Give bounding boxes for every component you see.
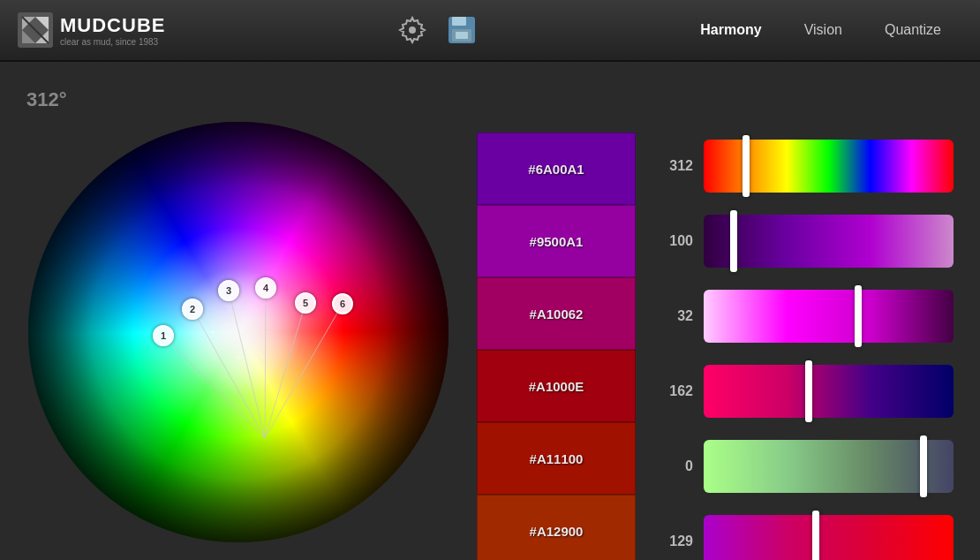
slider-row-4: 162 <box>662 358 954 424</box>
color-wheel-container[interactable]: 123456 <box>26 120 450 544</box>
slider-row-2: 100 <box>662 208 954 274</box>
slider-label-5: 0 <box>662 458 693 474</box>
logo-area: MUDCUBE clear as mud, since 1983 <box>18 12 194 48</box>
color-hex-1: #6A00A1 <box>528 162 584 177</box>
slider-track-4[interactable] <box>704 365 954 418</box>
color-strip-4[interactable]: #A1000E <box>477 350 636 422</box>
color-strip-1[interactable]: #6A00A1 <box>477 132 636 205</box>
color-hex-3: #A10062 <box>530 306 584 322</box>
slider-track-3[interactable] <box>704 290 954 343</box>
sliders-panel: 312 100 32 162 0 <box>662 132 954 560</box>
slider-row-3: 32 <box>662 283 954 349</box>
header-center <box>194 14 679 46</box>
slider-handle-2[interactable] <box>730 210 737 272</box>
slider-row-1: 312 <box>662 132 954 199</box>
slider-label-4: 162 <box>662 383 693 399</box>
slider-handle-5[interactable] <box>920 435 927 497</box>
degree-label: 312° <box>26 88 450 111</box>
color-hex-4: #A1000E <box>529 379 584 394</box>
color-strip-6[interactable]: #A12900 <box>477 495 636 560</box>
wheel-point-4[interactable]: 4 <box>255 277 276 299</box>
svg-point-6 <box>409 26 416 34</box>
slider-handle-1[interactable] <box>743 135 750 197</box>
wheel-point-1[interactable]: 1 <box>153 325 174 346</box>
slider-handle-4[interactable] <box>805 360 812 422</box>
header-nav: Harmony Vision Quantize <box>679 15 962 45</box>
color-strip-5[interactable]: #A11100 <box>477 422 636 495</box>
color-hex-6: #A12900 <box>530 524 584 539</box>
color-strip-3[interactable]: #A10062 <box>477 277 636 350</box>
header: MUDCUBE clear as mud, since 1983 Harmony… <box>0 0 980 62</box>
nav-vision[interactable]: Vision <box>783 15 863 45</box>
strips-panel: #6A00A1 #9500A1 #A10062 #A1000E #A11100 … <box>477 132 636 560</box>
logo-main: MUDCUBE <box>60 14 165 37</box>
slider-label-1: 312 <box>662 158 693 174</box>
color-hex-2: #9500A1 <box>530 234 584 249</box>
slider-track-5[interactable] <box>704 440 954 493</box>
logo-text-area: MUDCUBE clear as mud, since 1983 <box>60 14 165 47</box>
slider-label-3: 32 <box>662 308 693 324</box>
logo-icon <box>18 12 53 48</box>
color-strip-2[interactable]: #9500A1 <box>477 205 636 277</box>
svg-rect-10 <box>456 32 468 39</box>
nav-quantize[interactable]: Quantize <box>863 15 962 45</box>
wheel-point-3[interactable]: 3 <box>218 280 239 301</box>
gear-icon[interactable] <box>396 14 428 46</box>
color-hex-5: #A11100 <box>530 451 584 466</box>
wheel-point-2[interactable]: 2 <box>182 299 203 320</box>
wheel-point-6[interactable]: 6 <box>332 293 353 314</box>
slider-row-6: 129 <box>662 508 954 560</box>
color-wheel[interactable] <box>26 120 450 544</box>
slider-handle-6[interactable] <box>812 511 819 561</box>
wheel-point-5[interactable]: 5 <box>295 292 316 314</box>
save-icon[interactable] <box>446 14 478 46</box>
svg-rect-8 <box>452 17 466 26</box>
slider-track-1[interactable] <box>704 140 954 193</box>
nav-harmony[interactable]: Harmony <box>679 15 782 45</box>
slider-row-5: 0 <box>662 433 954 499</box>
left-panel: 312° 123456 <box>26 79 450 544</box>
slider-track-6[interactable] <box>704 515 954 561</box>
slider-handle-3[interactable] <box>855 285 862 347</box>
slider-label-2: 100 <box>662 233 693 249</box>
slider-track-2[interactable] <box>704 215 954 268</box>
logo-sub: clear as mud, since 1983 <box>60 37 165 47</box>
slider-label-6: 129 <box>662 534 693 549</box>
main-content: 312° 123456 #6A00A1 #9500A1 #A10062 #A10… <box>0 62 980 560</box>
